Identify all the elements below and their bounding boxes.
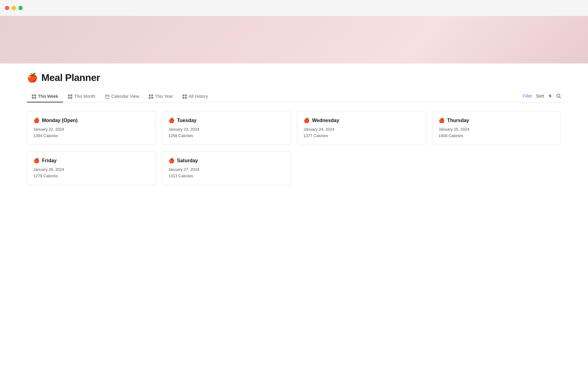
card-tuesday[interactable]: 🍎 Tuesday January 23, 2024 1258 Calories	[162, 111, 291, 145]
tab-this-month-label: This Month	[74, 94, 95, 99]
svg-rect-4	[68, 94, 70, 96]
card-monday[interactable]: 🍎 Monday (Open) January 22, 2024 1394 Ca…	[27, 111, 156, 145]
maximize-button[interactable]	[18, 6, 23, 10]
svg-rect-15	[151, 97, 153, 99]
card-saturday-title-row: 🍎 Saturday	[168, 158, 285, 163]
page-title-row: 🍎 Meal Planner	[27, 72, 561, 83]
tab-all-history[interactable]: All History	[178, 91, 213, 102]
minimize-button[interactable]	[12, 6, 16, 10]
card-friday-title-row: 🍎 Friday	[33, 158, 149, 163]
card-monday-calories: 1394 Calories	[33, 133, 149, 138]
card-thursday-date: January 25, 2024	[439, 127, 555, 132]
tab-this-year[interactable]: This Year	[144, 91, 178, 102]
card-friday-title: Friday	[42, 158, 57, 163]
tab-this-year-label: This Year	[155, 94, 173, 99]
card-friday-date: January 26, 2024	[33, 167, 149, 172]
tabs-left: This Week This Month	[27, 91, 523, 102]
sort-button[interactable]: Sort	[536, 94, 544, 98]
tab-all-history-icon	[183, 94, 187, 99]
card-saturday-date: January 27, 2024	[168, 167, 285, 172]
svg-rect-12	[149, 94, 151, 96]
card-wednesday-title: Wednesday	[312, 118, 339, 123]
card-wednesday[interactable]: 🍎 Wednesday January 24, 2024 1377 Calori…	[297, 111, 426, 145]
card-saturday-icon: 🍎	[168, 158, 175, 163]
card-tuesday-title-row: 🍎 Tuesday	[168, 117, 285, 123]
tab-this-week[interactable]: This Week	[27, 91, 63, 102]
tab-all-history-label: All History	[189, 94, 208, 99]
svg-rect-8	[105, 95, 109, 98]
svg-rect-14	[149, 97, 151, 99]
svg-rect-7	[70, 97, 72, 99]
lightning-icon[interactable]	[548, 94, 552, 98]
card-wednesday-date: January 24, 2024	[303, 127, 420, 132]
tab-calendar-view-label: Calendar View	[111, 94, 139, 99]
card-thursday-icon: 🍎	[439, 117, 445, 123]
card-wednesday-calories: 1377 Calories	[303, 133, 420, 138]
svg-rect-16	[183, 94, 184, 96]
svg-line-21	[560, 97, 561, 98]
svg-rect-5	[70, 94, 72, 96]
card-monday-icon: 🍎	[33, 117, 40, 123]
card-thursday[interactable]: 🍎 Thursday January 25, 2024 1408 Calorie…	[432, 111, 561, 145]
main-content: 🍎 Meal Planner This Week	[0, 63, 588, 197]
titlebar	[0, 0, 588, 16]
card-saturday-calories: 1313 Calories	[168, 174, 285, 178]
card-saturday[interactable]: 🍎 Saturday January 27, 2024 1313 Calorie…	[162, 151, 291, 185]
svg-rect-6	[68, 97, 70, 99]
tab-this-month[interactable]: This Month	[63, 91, 100, 102]
svg-rect-1	[34, 94, 36, 96]
card-friday-icon: 🍎	[33, 158, 40, 163]
card-friday-calories: 1279 Calories	[33, 174, 149, 178]
tab-this-week-label: This Week	[38, 94, 58, 99]
card-tuesday-date: January 23, 2024	[168, 127, 285, 132]
card-tuesday-calories: 1258 Calories	[168, 133, 285, 138]
tab-this-year-icon	[149, 94, 153, 99]
card-friday[interactable]: 🍎 Friday January 26, 2024 1279 Calories	[27, 151, 156, 185]
hero-banner	[0, 16, 588, 63]
card-thursday-calories: 1408 Calories	[439, 133, 555, 138]
card-monday-date: January 22, 2024	[33, 127, 149, 132]
search-icon[interactable]	[556, 94, 561, 98]
card-thursday-title: Thursday	[447, 118, 469, 123]
card-tuesday-icon: 🍎	[168, 117, 175, 123]
svg-rect-2	[32, 97, 34, 99]
page-title: Meal Planner	[41, 72, 100, 83]
cards-row-1: 🍎 Monday (Open) January 22, 2024 1394 Ca…	[27, 111, 561, 145]
svg-rect-13	[151, 94, 153, 96]
filter-button[interactable]: Filter	[523, 94, 532, 98]
card-monday-title: Monday (Open)	[42, 118, 77, 123]
close-button[interactable]	[5, 6, 9, 10]
tabs-row: This Week This Month	[27, 91, 561, 102]
card-wednesday-icon: 🍎	[303, 117, 310, 123]
tab-calendar-view[interactable]: Calendar View	[100, 91, 144, 102]
card-tuesday-title: Tuesday	[177, 118, 197, 123]
card-monday-title-row: 🍎 Monday (Open)	[33, 117, 149, 123]
tab-this-week-icon	[32, 94, 36, 99]
svg-rect-18	[183, 97, 184, 99]
svg-rect-17	[185, 94, 187, 96]
svg-rect-0	[32, 94, 34, 96]
tabs-right: Filter Sort	[523, 94, 561, 100]
svg-rect-19	[185, 97, 187, 99]
tab-this-month-icon	[68, 94, 72, 99]
card-saturday-title: Saturday	[177, 158, 198, 163]
page-title-icon: 🍎	[27, 73, 38, 83]
card-thursday-title-row: 🍎 Thursday	[439, 117, 555, 123]
svg-point-20	[557, 94, 560, 97]
cards-row-2: 🍎 Friday January 26, 2024 1279 Calories …	[27, 151, 561, 185]
svg-rect-3	[34, 97, 36, 99]
tab-calendar-icon	[105, 94, 109, 99]
card-wednesday-title-row: 🍎 Wednesday	[303, 117, 420, 123]
